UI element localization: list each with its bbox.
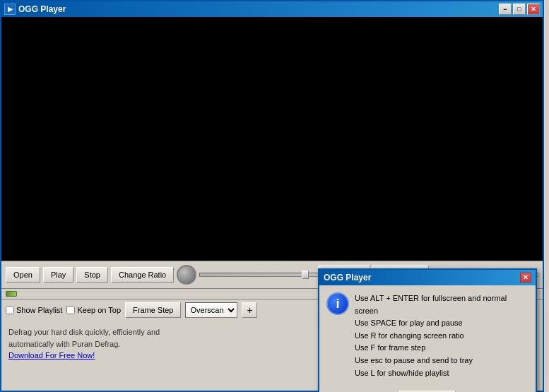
open-button[interactable]: Open [6,267,40,283]
keep-on-top-label: Keep on Top [77,306,121,314]
stop-button[interactable]: Stop [76,267,108,283]
change-ratio-button[interactable]: Change Ratio [111,267,174,283]
show-playlist-label: Show Playlist [16,306,62,314]
keep-on-top-input[interactable] [66,306,75,314]
keep-on-top-checkbox[interactable]: Keep on Top [66,306,121,314]
plus-button[interactable]: + [242,302,257,318]
video-display [1,17,543,261]
minimize-button[interactable]: − [499,4,512,15]
app-icon: ▶ [4,4,16,15]
ad-link[interactable]: Download For Free Now! [8,351,95,360]
progress-track[interactable] [6,291,17,297]
window-title: OGG Player [18,4,66,14]
dialog-line-5: Use esc to pause and send to tray [355,355,529,367]
info-icon: i [326,292,349,315]
dialog-line-6: Use L for show/hide playlist [355,367,529,380]
dialog-body: i Use ALT + ENTER for fullscreen and nor… [319,285,536,386]
close-button[interactable]: ✕ [527,4,540,15]
play-button[interactable]: Play [43,267,73,283]
title-bar: ▶ OGG Player − □ ✕ [1,1,543,17]
dialog-controls: ✕ [520,273,531,283]
window-controls: − □ ✕ [499,4,540,15]
dialog-title: OGG Player [324,273,371,283]
dialog-close-button[interactable]: ✕ [520,273,531,283]
dialog-window: OGG Player ✕ i Use ALT + ENTER for fulls… [318,268,537,392]
dialog-line-1: Use ALT + ENTER for fullscreen and norma… [355,292,529,317]
dialog-line-2: Use SPACE for play and pause [355,317,529,330]
dialog-line-4: Use F for frame step [355,342,529,355]
volume-thumb[interactable] [302,271,309,279]
dialog-text: Use ALT + ENTER for fullscreen and norma… [355,292,529,379]
overscan-dropdown[interactable]: OverscanFitStretchOriginal [185,302,237,318]
dialog-title-bar: OGG Player ✕ [319,270,536,285]
show-playlist-input[interactable] [6,306,14,314]
dialog-line-3: Use R for changing screen ratio [355,330,529,343]
maximize-button[interactable]: □ [513,4,526,15]
volume-knob[interactable] [177,265,196,285]
frame-step-button[interactable]: Frame Step [125,302,181,318]
dialog-footer: Aceptar [319,386,536,392]
show-playlist-checkbox[interactable]: Show Playlist [6,306,62,314]
